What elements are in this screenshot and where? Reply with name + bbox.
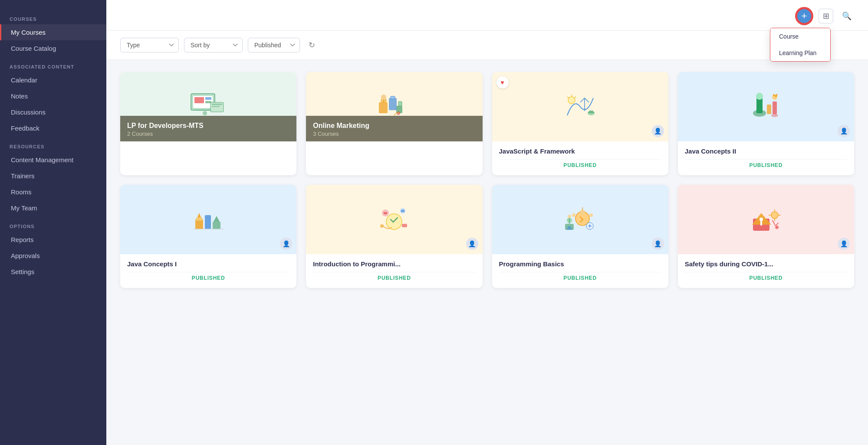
svg-rect-16	[389, 98, 397, 110]
sidebar-item-notes[interactable]: Notes	[0, 88, 106, 104]
type-filter[interactable]: Type Course Learning Plan	[120, 38, 179, 52]
sidebar: COURSESMy CoursesCourse CatalogASSOCIATE…	[0, 0, 106, 445]
sidebar-section-associated-content: ASSOCIATED CONTENT	[0, 56, 106, 72]
svg-rect-2	[194, 97, 204, 103]
courses-grid: LP for Developers-MTS2 Courses Online Ma…	[106, 60, 868, 445]
course-card-intro-programming[interactable]: 👤Introduction to Programmi...PUBLISHED	[306, 185, 482, 288]
course-card-programming-basics[interactable]: 👤Programming BasicsPUBLISHED	[492, 185, 668, 288]
course-card-javascript-framework[interactable]: ♥👤JavaScript & FrameworkPUBLISHED	[492, 72, 668, 175]
sidebar-item-content-management[interactable]: Content Management	[0, 152, 106, 168]
sidebar-item-reports[interactable]: Reports	[0, 232, 106, 248]
card-title: JavaScript & Framework	[499, 147, 661, 155]
card-status-badge: PUBLISHED	[499, 272, 661, 284]
svg-rect-15	[398, 101, 402, 106]
card-status-badge: PUBLISHED	[313, 272, 475, 284]
secondary-add-button[interactable]: ⊞	[819, 9, 833, 23]
course-card-online-marketing[interactable]: Online Marketing3 Courses	[306, 72, 482, 175]
sidebar-item-discussions[interactable]: Discussions	[0, 104, 106, 120]
card-image-lp-developers-mts: LP for Developers-MTS2 Courses	[120, 72, 296, 141]
sidebar-item-rooms[interactable]: Rooms	[0, 184, 106, 200]
svg-rect-9	[212, 106, 220, 107]
card-status-badge: PUBLISHED	[685, 159, 847, 171]
avatar-icon: 👤	[652, 125, 664, 137]
card-title: Programming Basics	[499, 260, 661, 268]
search-button[interactable]: 🔍	[839, 9, 854, 23]
add-button[interactable]: +	[796, 8, 812, 24]
card-overlay: LP for Developers-MTS2 Courses	[120, 116, 296, 141]
svg-point-63	[760, 218, 763, 221]
sidebar-section-courses: COURSES	[0, 9, 106, 24]
sidebar-section-resources: RESOURCES	[0, 136, 106, 152]
card-image-intro-programming: 👤	[306, 185, 482, 254]
card-title: Safety tips during COVID-1...	[685, 260, 847, 268]
svg-point-51	[572, 213, 575, 217]
svg-rect-38	[213, 222, 220, 229]
card-image-online-marketing: Online Marketing3 Courses	[306, 72, 482, 141]
card-body: JavaScript & FrameworkPUBLISHED	[492, 141, 668, 175]
card-status-badge: PUBLISHED	[127, 272, 289, 284]
course-card-java-concepts-ii[interactable]: 👤Java Concepts IIPUBLISHED	[678, 72, 854, 175]
card-body: Java Concepts IIPUBLISHED	[678, 141, 854, 175]
sidebar-item-my-team[interactable]: My Team	[0, 200, 106, 216]
card-body: Safety tips during COVID-1...PUBLISHED	[678, 254, 854, 288]
avatar-icon: 👤	[652, 238, 664, 250]
card-body: Java Concepts IPUBLISHED	[120, 254, 296, 288]
svg-rect-29	[773, 101, 777, 114]
course-card-java-concepts-i[interactable]: 👤Java Concepts IPUBLISHED	[120, 185, 296, 288]
card-overlay-title: Online Marketing	[313, 122, 475, 130]
sidebar-item-approvals[interactable]: Approvals	[0, 248, 106, 264]
card-title: Java Concepts II	[685, 147, 847, 155]
svg-rect-28	[767, 105, 771, 114]
search-icon: 🔍	[842, 11, 852, 21]
heart-icon[interactable]: ♥	[496, 76, 509, 88]
svg-rect-10	[379, 102, 388, 113]
svg-rect-17	[391, 96, 395, 99]
card-image-safety-covid: 👤	[678, 185, 854, 254]
svg-rect-26	[756, 98, 763, 113]
svg-rect-46	[402, 224, 407, 227]
svg-point-65	[771, 212, 778, 219]
avatar-icon: 👤	[466, 238, 478, 250]
sidebar-item-settings[interactable]: Settings	[0, 264, 106, 280]
sidebar-item-feedback[interactable]: Feedback	[0, 120, 106, 136]
sidebar-item-course-catalog[interactable]: Course Catalog	[0, 40, 106, 56]
svg-rect-37	[205, 215, 211, 229]
card-status-badge: PUBLISHED	[685, 272, 847, 284]
svg-rect-42	[384, 212, 387, 214]
plus-icon: +	[802, 10, 807, 22]
sidebar-section-options: OPTIONS	[0, 216, 106, 232]
avatar-icon: 👤	[838, 238, 850, 250]
card-title: Java Concepts I	[127, 260, 289, 268]
svg-point-34	[776, 94, 777, 95]
course-card-lp-developers-mts[interactable]: LP for Developers-MTS2 Courses	[120, 72, 296, 175]
card-image-java-concepts-i: 👤	[120, 185, 296, 254]
plus-square-icon: ⊞	[823, 11, 829, 21]
svg-point-33	[773, 94, 775, 96]
status-filter[interactable]: Published Draft All	[248, 38, 300, 52]
header-actions: + ⊞ 🔍 Course Learning Plan	[796, 8, 854, 24]
sidebar-item-trainers[interactable]: Trainers	[0, 168, 106, 184]
sort-filter[interactable]: Sort by Name Date Created Date Modified	[184, 38, 243, 52]
card-title: Introduction to Programmi...	[313, 260, 475, 268]
svg-rect-57	[566, 227, 572, 230]
card-overlay: Online Marketing3 Courses	[306, 116, 482, 141]
sidebar-item-calendar[interactable]: Calendar	[0, 72, 106, 88]
header: + ⊞ 🔍 Course Learning Plan	[106, 0, 868, 31]
svg-rect-8	[212, 104, 222, 105]
card-status-badge: PUBLISHED	[499, 159, 661, 171]
card-image-programming-basics: 👤	[492, 185, 668, 254]
card-body: Programming BasicsPUBLISHED	[492, 254, 668, 288]
svg-point-30	[771, 114, 778, 117]
avatar-icon: 👤	[280, 238, 292, 250]
card-body: Introduction to Programmi...PUBLISHED	[306, 254, 482, 288]
card-image-java-concepts-ii: 👤	[678, 72, 854, 141]
svg-point-55	[568, 215, 571, 218]
dropdown-learning-plan[interactable]: Learning Plan	[770, 45, 830, 61]
svg-point-6	[203, 111, 207, 115]
course-card-safety-covid[interactable]: 👤Safety tips during COVID-1...PUBLISHED	[678, 185, 854, 288]
dropdown-course[interactable]: Course	[770, 28, 830, 45]
svg-rect-3	[205, 97, 211, 100]
refresh-button[interactable]: ↻	[305, 39, 319, 52]
sidebar-item-my-courses[interactable]: My Courses	[0, 24, 106, 40]
svg-point-45	[380, 224, 384, 228]
